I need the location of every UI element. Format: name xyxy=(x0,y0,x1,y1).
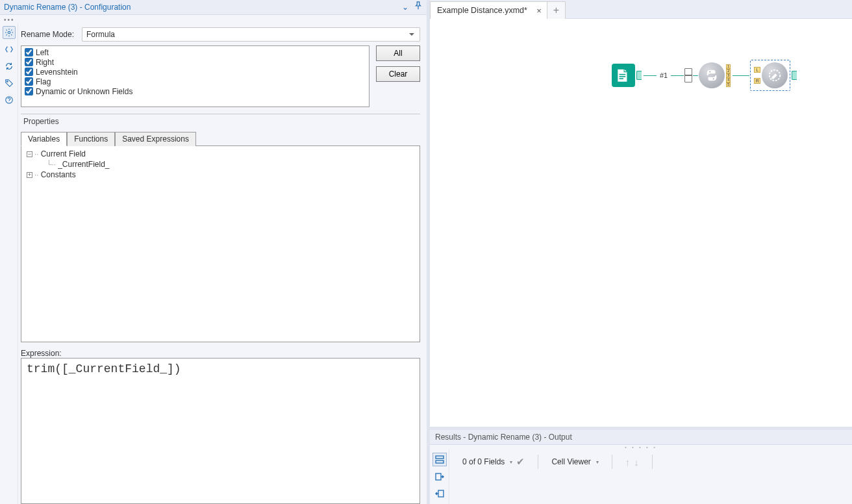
port-3[interactable]: 3 xyxy=(726,73,731,78)
chevron-down-icon[interactable]: ⌄ xyxy=(402,3,408,12)
grip-icon[interactable]: • • • • • xyxy=(430,445,852,449)
tree-leaf-currentfield[interactable]: _CurrentField_ xyxy=(58,160,109,169)
field-check-left[interactable] xyxy=(25,48,33,57)
xml-icon[interactable] xyxy=(3,43,16,56)
configuration-panel: Dynamic Rename (3) - Configuration ⌄ ••• xyxy=(0,0,430,504)
workflow-canvas[interactable]: #1 1 2 3 4 5 L R xyxy=(430,19,852,427)
properties-tabs: Variables Functions Saved Expressions xyxy=(21,131,420,146)
svg-point-1 xyxy=(6,81,8,82)
workflow-nodes: #1 1 2 3 4 5 L R xyxy=(612,60,798,91)
field-check-right[interactable] xyxy=(25,58,33,66)
fields-listbox[interactable]: Left Right Levenshtein Flag Dynamic or U… xyxy=(21,45,370,107)
field-label: Right xyxy=(36,58,54,67)
port-r[interactable]: R xyxy=(754,78,760,84)
port-l[interactable]: L xyxy=(754,67,760,73)
refresh-icon[interactable] xyxy=(3,60,16,73)
text-input-tool[interactable] xyxy=(612,64,635,87)
arrow-up-icon[interactable]: ↑ xyxy=(625,457,631,468)
tab-saved-expressions[interactable]: Saved Expressions xyxy=(115,132,196,146)
tree-node-constants[interactable]: Constants xyxy=(41,170,76,179)
clear-button[interactable]: Clear xyxy=(376,66,420,82)
rename-mode-value: Formula xyxy=(86,30,115,39)
connection-line xyxy=(733,75,749,76)
output-arrow-icon[interactable] xyxy=(432,487,447,501)
svg-rect-11 xyxy=(436,473,441,480)
connection-line xyxy=(671,75,684,76)
document-tab[interactable]: Example Distance.yxmd* × xyxy=(430,1,547,19)
port-5[interactable]: 5 xyxy=(726,82,731,87)
field-label: Dynamic or Unknown Fields xyxy=(36,87,132,96)
input-arrow-icon[interactable] xyxy=(432,470,447,483)
config-title: Dynamic Rename (3) - Configuration xyxy=(4,3,131,12)
right-panel: Example Distance.yxmd* × + #1 1 2 3 xyxy=(430,0,852,504)
svg-point-0 xyxy=(8,31,10,34)
variables-tree[interactable]: −··Current Field └··_CurrentField_ +··Co… xyxy=(21,146,420,342)
expression-label: Expression: xyxy=(21,349,420,358)
tab-variables[interactable]: Variables xyxy=(21,132,67,146)
selected-tool-frame: L R xyxy=(750,60,790,91)
document-tab-strip: Example Distance.yxmd* × + xyxy=(430,0,852,19)
results-title: Results - Dynamic Rename (3) - Output xyxy=(430,430,852,445)
config-main: Rename Mode: Formula Left Right Levensht… xyxy=(18,23,427,504)
tree-node-current-field[interactable]: Current Field xyxy=(41,149,86,158)
tree-collapse-icon[interactable]: − xyxy=(27,151,32,157)
separator xyxy=(652,455,653,469)
results-panel: Results - Dynamic Rename (3) - Output • … xyxy=(430,427,852,504)
separator xyxy=(612,455,612,469)
field-label: Levenshtein xyxy=(36,68,78,77)
help-icon[interactable] xyxy=(3,94,16,107)
document-tab-label: Example Distance.yxmd* xyxy=(437,6,527,15)
field-check-dynamic[interactable] xyxy=(25,87,33,95)
port-2[interactable]: 2 xyxy=(726,69,731,73)
browse-anchor-icon[interactable] xyxy=(684,68,692,82)
close-icon[interactable]: × xyxy=(536,6,542,16)
dynamic-rename-tool[interactable] xyxy=(762,62,788,88)
svg-rect-12 xyxy=(438,490,444,497)
dots-icon: ••• xyxy=(0,15,427,23)
svg-point-6 xyxy=(710,71,711,73)
arrow-down-icon[interactable]: ↓ xyxy=(634,457,639,468)
python-tool[interactable] xyxy=(699,62,725,88)
svg-rect-3 xyxy=(620,74,626,75)
rename-mode-label: Rename Mode: xyxy=(21,30,75,39)
connection-line xyxy=(693,75,698,76)
new-tab-button[interactable]: + xyxy=(547,1,566,19)
fields-count-label: 0 of 0 Fields xyxy=(462,457,505,466)
svg-rect-5 xyxy=(620,78,624,79)
all-button[interactable]: All xyxy=(376,45,420,61)
field-check-levenshtein[interactable] xyxy=(25,68,33,76)
svg-rect-4 xyxy=(620,76,626,77)
tab-functions[interactable]: Functions xyxy=(67,132,115,146)
cell-viewer-label: Cell Viewer xyxy=(551,457,590,466)
field-label: Left xyxy=(36,48,49,57)
lr-input-ports[interactable]: L R xyxy=(754,67,760,84)
anchor-out[interactable] xyxy=(792,71,797,80)
check-icon[interactable]: ✔ xyxy=(516,456,525,468)
svg-point-7 xyxy=(713,79,714,80)
svg-rect-9 xyxy=(436,456,444,459)
connection-label: #1 xyxy=(660,71,668,79)
results-view-icon[interactable] xyxy=(432,453,447,466)
gear-icon[interactable] xyxy=(3,26,16,39)
rename-mode-combo[interactable]: Formula xyxy=(82,27,420,42)
multi-output-ports[interactable]: 1 2 3 4 5 xyxy=(726,64,731,87)
fields-dropdown[interactable]: 0 of 0 Fields▾ ✔ xyxy=(456,455,531,469)
properties-label: Properties xyxy=(21,117,420,126)
connection-line xyxy=(644,75,657,76)
cell-viewer-dropdown[interactable]: Cell Viewer▾ xyxy=(545,455,605,469)
port-1[interactable]: 1 xyxy=(726,64,731,69)
results-toolbar: 0 of 0 Fields▾ ✔ Cell Viewer▾ ↑ ↓ xyxy=(430,449,852,504)
svg-rect-10 xyxy=(436,460,444,463)
config-side-toolbar xyxy=(0,23,18,504)
config-header: Dynamic Rename (3) - Configuration ⌄ xyxy=(0,0,427,15)
field-label: Flag xyxy=(36,77,51,86)
anchor-out[interactable] xyxy=(636,71,642,80)
separator xyxy=(538,455,538,469)
tag-icon[interactable] xyxy=(3,77,16,90)
tree-expand-icon[interactable]: + xyxy=(27,172,32,178)
expression-editor[interactable]: trim([_CurrentField_]) xyxy=(21,358,420,504)
field-check-flag[interactable] xyxy=(25,77,33,86)
port-4[interactable]: 4 xyxy=(726,78,731,82)
pin-icon[interactable] xyxy=(414,1,423,13)
